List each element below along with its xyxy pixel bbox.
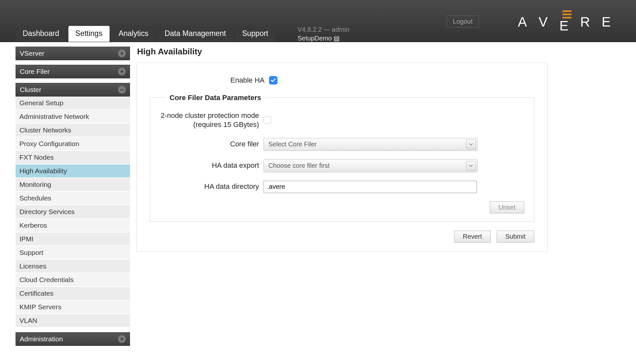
tab-settings[interactable]: Settings bbox=[68, 26, 110, 42]
sidebar-item-administrative-network[interactable]: Administrative Network bbox=[16, 110, 130, 124]
version-text: V4.8.2.2 --- admin bbox=[298, 25, 349, 34]
core-filer-select[interactable]: Select Core Filer bbox=[264, 138, 477, 151]
sidebar-item-fxt-nodes[interactable]: FXT Nodes bbox=[16, 151, 130, 165]
sidebar-item-schedules[interactable]: Schedules bbox=[16, 192, 130, 205]
sidebar-item-directory-services[interactable]: Directory Services bbox=[16, 205, 130, 219]
tab-support[interactable]: Support bbox=[235, 26, 276, 42]
logo-letter: V bbox=[539, 14, 554, 30]
sidebar-item-kmip-servers[interactable]: KMIP Servers bbox=[16, 301, 130, 314]
logo-avere: A V E R E bbox=[518, 10, 617, 30]
logout-button[interactable]: Logout bbox=[447, 16, 479, 28]
main-tabs: Dashboard Settings Analytics Data Manage… bbox=[16, 26, 275, 42]
plus-icon: + bbox=[118, 335, 126, 343]
submit-button[interactable]: Submit bbox=[497, 231, 534, 243]
main-content: High Availability Enable HA Core Filer D… bbox=[136, 47, 626, 252]
sidebar-cluster-items: General Setup Administrative Network Clu… bbox=[16, 97, 130, 328]
sidebar-section-title: Cluster bbox=[20, 86, 41, 94]
sidebar-section-core-filer[interactable]: Core Filer + bbox=[16, 65, 130, 78]
setup-name: SetupDemo bbox=[298, 35, 332, 42]
settings-panel: Enable HA Core Filer Data Parameters 2-n… bbox=[136, 63, 548, 252]
header-info: V4.8.2.2 --- admin SetupDemo ▤ bbox=[298, 25, 349, 43]
sidebar-item-certificates[interactable]: Certificates bbox=[16, 287, 130, 301]
enable-ha-checkbox[interactable] bbox=[269, 76, 277, 85]
enable-ha-label: Enable HA bbox=[150, 76, 269, 85]
logo-letter: A bbox=[518, 14, 533, 30]
sidebar-item-high-availability[interactable]: High Availability bbox=[16, 165, 130, 178]
revert-button[interactable]: Revert bbox=[454, 231, 491, 243]
sidebar-item-licenses[interactable]: Licenses bbox=[16, 260, 130, 273]
sidebar-item-kerberos[interactable]: Kerberos bbox=[16, 219, 130, 233]
core-filer-value: Select Core Filer bbox=[268, 141, 317, 148]
plus-icon: + bbox=[118, 50, 126, 57]
logo-letter: E bbox=[602, 14, 617, 30]
logo-letter: R bbox=[580, 14, 596, 30]
ha-data-export-label: HA data export bbox=[160, 161, 264, 170]
sidebar-item-proxy-configuration[interactable]: Proxy Configuration bbox=[16, 137, 130, 151]
ha-data-directory-label: HA data directory bbox=[160, 182, 264, 191]
ha-data-directory-input[interactable] bbox=[264, 181, 477, 193]
chevron-down-icon bbox=[466, 140, 476, 149]
unset-button[interactable]: Unset bbox=[490, 201, 524, 213]
sidebar-item-vlan[interactable]: VLAN bbox=[16, 314, 130, 328]
server-icon: ▤ bbox=[334, 35, 340, 42]
topbar: Logout A V E R E V4.8.2.2 --- admin Setu… bbox=[0, 0, 636, 42]
sidebar-section-title: Administration bbox=[20, 335, 63, 343]
logo-bars-icon bbox=[562, 10, 571, 18]
core-filer-data-parameters: Core Filer Data Parameters 2-node cluste… bbox=[150, 94, 534, 222]
sidebar-section-vserver[interactable]: VServer + bbox=[16, 47, 130, 60]
fieldset-legend: Core Filer Data Parameters bbox=[166, 94, 264, 102]
tab-data-management[interactable]: Data Management bbox=[158, 26, 233, 42]
sidebar-section-title: Core Filer bbox=[20, 68, 50, 75]
logo-letter-e: E bbox=[559, 10, 574, 30]
minus-icon: − bbox=[118, 86, 126, 94]
sidebar-item-cluster-networks[interactable]: Cluster Networks bbox=[16, 124, 130, 137]
sidebar-item-monitoring[interactable]: Monitoring bbox=[16, 178, 130, 192]
ha-data-export-select[interactable]: Choose core filer first bbox=[264, 159, 477, 172]
sidebar-item-general-setup[interactable]: General Setup bbox=[16, 97, 130, 110]
check-icon bbox=[271, 78, 276, 83]
core-filer-label: Core filer bbox=[160, 140, 264, 149]
tab-dashboard[interactable]: Dashboard bbox=[16, 26, 66, 42]
chevron-down-icon bbox=[466, 161, 476, 171]
page-title: High Availability bbox=[137, 47, 626, 57]
two-node-checkbox[interactable] bbox=[264, 116, 271, 124]
sidebar-item-cloud-credentials[interactable]: Cloud Credentials bbox=[16, 273, 130, 287]
sidebar-section-title: VServer bbox=[20, 50, 44, 57]
plus-icon: + bbox=[118, 68, 126, 75]
tab-analytics[interactable]: Analytics bbox=[112, 26, 156, 42]
sidebar: VServer + Core Filer + Cluster − General… bbox=[16, 47, 130, 346]
sidebar-item-ipmi[interactable]: IPMI bbox=[16, 233, 130, 246]
ha-data-export-value: Choose core filer first bbox=[268, 162, 330, 169]
sidebar-item-support[interactable]: Support bbox=[16, 246, 130, 260]
sidebar-section-administration[interactable]: Administration + bbox=[16, 332, 130, 346]
two-node-label: 2-node cluster protection mode (requires… bbox=[160, 111, 264, 130]
sidebar-section-cluster[interactable]: Cluster − bbox=[16, 83, 130, 97]
